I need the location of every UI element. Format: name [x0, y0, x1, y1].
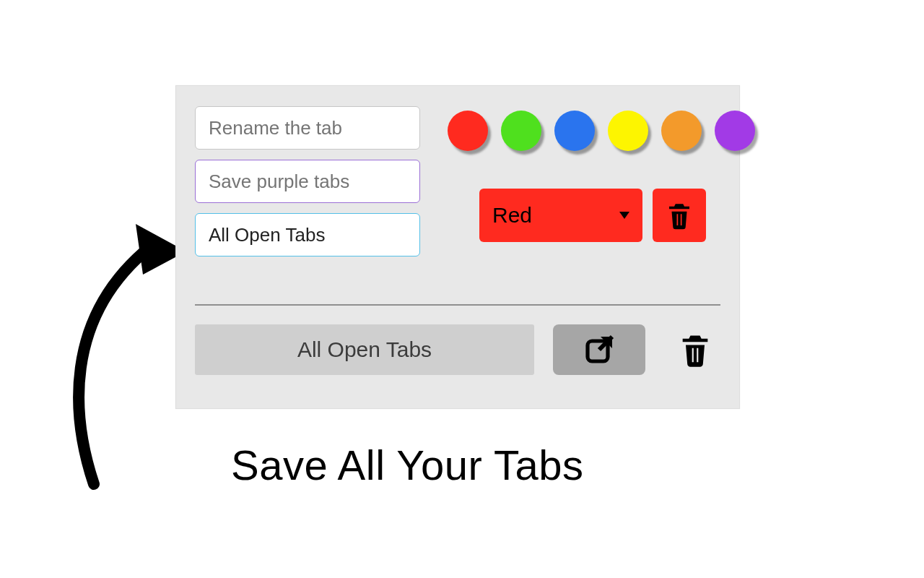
- color-swatch-green[interactable]: [501, 111, 541, 151]
- color-swatch-purple[interactable]: [715, 111, 755, 151]
- open-external-icon: [582, 332, 616, 367]
- color-swatch-blue[interactable]: [554, 111, 595, 151]
- color-swatch-orange[interactable]: [661, 111, 702, 151]
- color-swatch-red[interactable]: [448, 111, 488, 151]
- chevron-down-icon: [619, 212, 629, 219]
- open-tabs-button[interactable]: [553, 324, 645, 375]
- delete-group-button[interactable]: [670, 324, 720, 375]
- color-select[interactable]: Red: [479, 189, 642, 242]
- rename-tab-input[interactable]: [195, 106, 420, 150]
- all-open-tabs-input[interactable]: [195, 213, 420, 256]
- trash-icon: [664, 200, 694, 230]
- color-swatch-yellow[interactable]: [608, 111, 648, 151]
- delete-color-tabs-button[interactable]: [653, 189, 706, 242]
- popup-panel: Red All Open Tabs: [175, 85, 740, 409]
- all-open-tabs-button[interactable]: All Open Tabs: [195, 324, 534, 375]
- color-select-label: Red: [492, 203, 532, 228]
- divider: [195, 304, 720, 306]
- caption-text: Save All Your Tabs: [231, 441, 823, 489]
- all-open-tabs-button-label: All Open Tabs: [297, 337, 432, 362]
- trash-icon: [676, 331, 714, 368]
- save-tabs-input[interactable]: [195, 160, 420, 203]
